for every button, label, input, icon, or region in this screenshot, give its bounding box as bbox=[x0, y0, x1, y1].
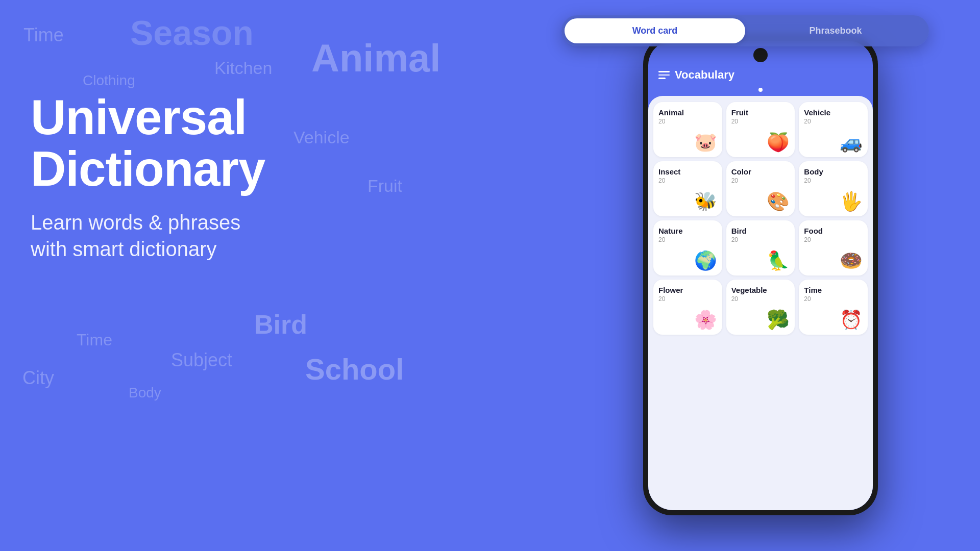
card-insect[interactable]: Insect 20 🐝 bbox=[653, 161, 722, 216]
card-vehicle[interactable]: Vehicle 20 🚙 bbox=[799, 102, 868, 157]
card-body[interactable]: Body 20 🖐️ bbox=[799, 161, 868, 216]
card-time-emoji: ⏰ bbox=[840, 309, 863, 331]
card-animal-label: Animal bbox=[658, 108, 684, 117]
scroll-indicator bbox=[648, 88, 873, 92]
card-flower[interactable]: Flower 20 🌸 bbox=[653, 280, 722, 335]
card-insect-count: 20 bbox=[658, 177, 665, 184]
bg-word-kitchen: Kitchen bbox=[214, 58, 272, 78]
card-fruit[interactable]: Fruit 20 🍑 bbox=[726, 102, 795, 157]
cards-area: Animal 20 🐷 Fruit 20 🍑 Vehicle 20 🚙 bbox=[648, 96, 873, 510]
card-food-count: 20 bbox=[804, 236, 811, 243]
card-food-emoji: 🍩 bbox=[840, 250, 863, 271]
card-animal[interactable]: Animal 20 🐷 bbox=[653, 102, 722, 157]
card-color-emoji: 🎨 bbox=[767, 191, 790, 212]
bg-word-time2: Time bbox=[77, 331, 112, 349]
card-vegetable[interactable]: Vegetable 20 🥦 bbox=[726, 280, 795, 335]
hamburger-line-2 bbox=[658, 74, 670, 76]
tab-phrasebook[interactable]: Phrasebook bbox=[745, 18, 926, 43]
bg-word-city: City bbox=[22, 367, 54, 389]
card-color-count: 20 bbox=[731, 177, 738, 184]
card-vehicle-label: Vehicle bbox=[804, 108, 830, 117]
hamburger-line-3 bbox=[658, 78, 666, 79]
card-body-label: Body bbox=[804, 167, 823, 176]
card-time-label: Time bbox=[804, 286, 822, 294]
card-nature-label: Nature bbox=[658, 227, 683, 235]
card-insect-emoji: 🐝 bbox=[694, 191, 717, 212]
card-bird-emoji: 🦜 bbox=[767, 250, 790, 271]
card-animal-count: 20 bbox=[658, 118, 665, 125]
card-food[interactable]: Food 20 🍩 bbox=[799, 220, 868, 276]
card-flower-emoji: 🌸 bbox=[694, 309, 717, 331]
cards-grid: Animal 20 🐷 Fruit 20 🍑 Vehicle 20 🚙 bbox=[653, 102, 868, 335]
bg-word-fruit: Fruit bbox=[368, 176, 402, 196]
phone-mockup: Word card Phrasebook Vocabulary bbox=[643, 15, 878, 536]
bg-word-body: Body bbox=[129, 385, 161, 401]
card-bird-label: Bird bbox=[731, 227, 747, 235]
card-color-label: Color bbox=[731, 167, 751, 176]
bg-word-time1: Time bbox=[23, 24, 64, 46]
phone-notch bbox=[753, 48, 768, 62]
bg-word-vehicle: Vehicle bbox=[293, 128, 350, 147]
hero-title: UniversalDictionary bbox=[31, 92, 265, 195]
card-flower-count: 20 bbox=[658, 295, 665, 303]
card-animal-emoji: 🐷 bbox=[694, 132, 717, 153]
bg-word-school: School bbox=[305, 352, 404, 386]
tab-word-card[interactable]: Word card bbox=[565, 18, 745, 43]
card-fruit-count: 20 bbox=[731, 118, 738, 125]
card-color[interactable]: Color 20 🎨 bbox=[726, 161, 795, 216]
card-flower-label: Flower bbox=[658, 286, 683, 294]
card-nature[interactable]: Nature 20 🌍 bbox=[653, 220, 722, 276]
card-nature-count: 20 bbox=[658, 236, 665, 243]
card-vegetable-emoji: 🥦 bbox=[767, 309, 790, 331]
card-bird[interactable]: Bird 20 🦜 bbox=[726, 220, 795, 276]
bg-word-bird: Bird bbox=[254, 309, 307, 340]
card-fruit-emoji: 🍑 bbox=[767, 132, 790, 153]
card-vegetable-count: 20 bbox=[731, 295, 738, 303]
card-nature-emoji: 🌍 bbox=[694, 250, 717, 271]
card-time-count: 20 bbox=[804, 295, 811, 303]
bg-word-season: Season bbox=[130, 13, 254, 53]
hamburger-line-1 bbox=[658, 71, 670, 72]
card-fruit-label: Fruit bbox=[731, 108, 748, 117]
phone-screen: Vocabulary Animal 20 🐷 Fruit 20 bbox=[648, 41, 873, 510]
bg-word-animal: Animal bbox=[311, 36, 440, 80]
card-food-label: Food bbox=[804, 227, 823, 235]
card-vehicle-emoji: 🚙 bbox=[840, 132, 863, 153]
hero-section: UniversalDictionary Learn words & phrase… bbox=[31, 92, 265, 262]
card-body-count: 20 bbox=[804, 177, 811, 184]
card-body-emoji: 🖐️ bbox=[840, 191, 863, 212]
hero-subtitle: Learn words & phraseswith smart dictiona… bbox=[31, 209, 265, 262]
app-header: Vocabulary bbox=[648, 64, 873, 88]
card-time[interactable]: Time 20 ⏰ bbox=[799, 280, 868, 335]
card-vegetable-label: Vegetable bbox=[731, 286, 767, 294]
card-bird-count: 20 bbox=[731, 236, 738, 243]
card-vehicle-count: 20 bbox=[804, 118, 811, 125]
card-insect-label: Insect bbox=[658, 167, 680, 176]
phone-body: Vocabulary Animal 20 🐷 Fruit 20 bbox=[643, 36, 878, 515]
bg-word-clothing: Clothing bbox=[83, 72, 135, 89]
scroll-dot bbox=[758, 88, 763, 92]
hamburger-icon[interactable] bbox=[658, 71, 670, 79]
bg-word-subject: Subject bbox=[171, 349, 232, 371]
app-title: Vocabulary bbox=[675, 68, 734, 82]
